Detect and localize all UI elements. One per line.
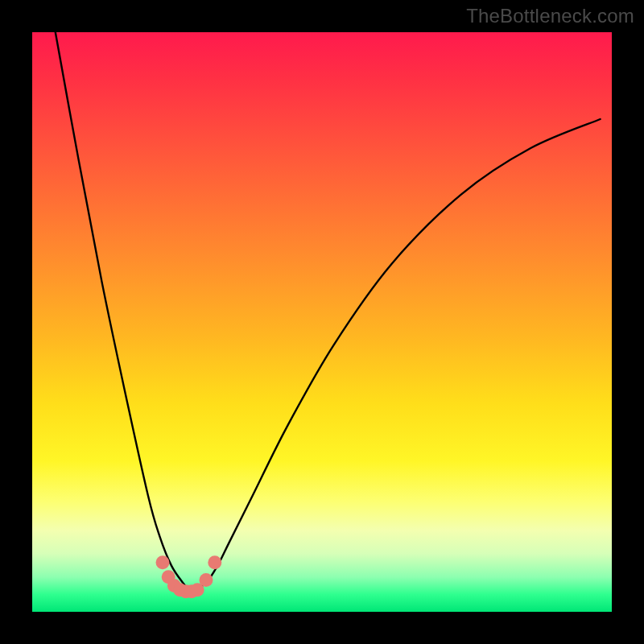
bottleneck-curve	[56, 32, 601, 589]
valley-marker	[200, 573, 213, 587]
watermark-text: TheBottleneck.com	[466, 5, 634, 27]
curve-layer	[32, 32, 612, 612]
valley-marker	[156, 555, 170, 569]
valley-marker-group	[156, 555, 222, 598]
chart-frame: TheBottleneck.com	[0, 0, 644, 644]
valley-marker	[208, 555, 221, 569]
plot-area	[32, 32, 612, 612]
